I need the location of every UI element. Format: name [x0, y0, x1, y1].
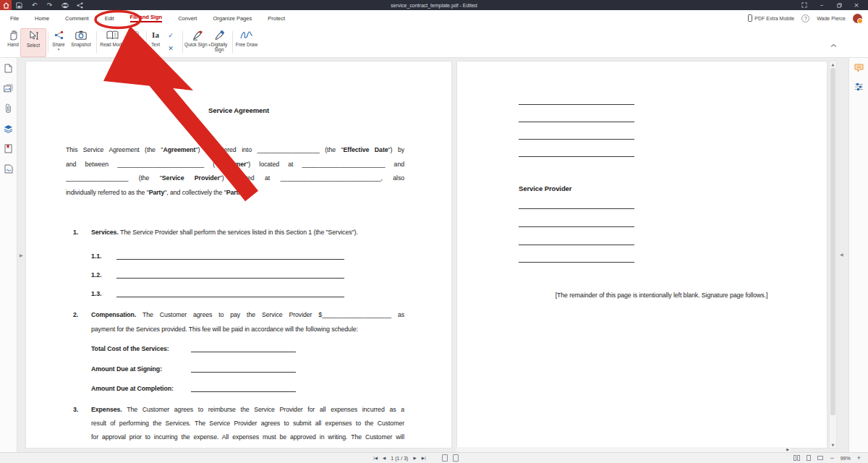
images-icon[interactable] — [4, 84, 13, 93]
collapse-ribbon-button[interactable] — [830, 43, 837, 48]
horizontal-scrollbar[interactable]: ▶ — [456, 447, 791, 452]
document-page-1[interactable]: Service Agreement This Service Agreement… — [25, 61, 452, 449]
statusbar: |◀ ◀ 1 (1 / 3) ▶ ▶| − 99% + — [0, 452, 868, 463]
section-number: 3. — [73, 406, 78, 413]
tab-home[interactable]: Home — [27, 10, 57, 26]
zoom-out-button[interactable]: − — [830, 454, 833, 462]
close-icon[interactable]: × — [848, 0, 865, 10]
text-tool-button[interactable]: Ia Text — [145, 28, 166, 47]
rotate-right-icon[interactable] — [453, 454, 459, 462]
redo-icon[interactable]: ↷ — [42, 0, 57, 10]
check-mark-button[interactable]: ✓ — [165, 30, 176, 41]
digitally-sign-button[interactable]: Digitally Sign — [206, 28, 232, 52]
expand-window-icon[interactable] — [796, 0, 813, 10]
layers-icon[interactable] — [4, 124, 13, 133]
signature-line[interactable] — [519, 115, 634, 122]
tab-comment[interactable]: Comment — [57, 10, 97, 26]
fit-page-view-icon[interactable] — [817, 456, 823, 460]
free-draw-button[interactable]: Free Draw — [234, 28, 260, 47]
window-title: service_contract_template.pdf - Edited — [0, 3, 868, 8]
intro-line: individually referred to as the "Party",… — [66, 189, 404, 196]
left-panel-expander[interactable]: ▶ — [20, 252, 23, 258]
right-panel-expander[interactable]: ◀ — [840, 252, 843, 257]
rotate-left-icon[interactable] — [442, 454, 448, 462]
list-item-number: 1.3. — [91, 290, 101, 297]
save-icon[interactable] — [12, 0, 27, 10]
cross-mark-button[interactable]: ✕ — [165, 43, 176, 54]
blank-line[interactable] — [191, 365, 296, 373]
scroll-up-icon[interactable]: ▲ — [830, 62, 836, 67]
select-tool-button[interactable]: Select — [20, 28, 46, 57]
section-expenses-line2: result of performing the Services. The S… — [91, 420, 404, 429]
next-page-button[interactable]: ▶ — [413, 456, 416, 460]
signature-line[interactable] — [519, 150, 634, 157]
page-thumbnails-icon[interactable] — [4, 64, 12, 73]
menubar: File Home Comment Edit Fill and Sign Con… — [0, 10, 868, 26]
blank-line[interactable] — [191, 385, 296, 392]
minimize-icon[interactable]: – — [813, 0, 830, 10]
zoom-level: 99% — [841, 456, 851, 461]
fee-label: Amount Due at Completion: — [91, 385, 174, 392]
signature-line[interactable] — [519, 255, 634, 263]
zoom-in-button[interactable]: + — [857, 454, 861, 462]
snapshot-button[interactable]: Snapshot — [68, 28, 94, 47]
tab-edit[interactable]: Edit — [97, 10, 122, 26]
blank-line[interactable] — [116, 271, 344, 279]
document-page-2[interactable]: Service Provider [The remainder of this … — [456, 61, 827, 449]
intro-line: This Service Agreement (the "Agreement")… — [66, 146, 404, 156]
tab-fill-and-sign[interactable]: Fill and Sign — [122, 10, 171, 26]
attachments-icon[interactable] — [5, 103, 12, 114]
form-field-icon — [123, 28, 143, 42]
bookmarks-icon[interactable] — [4, 144, 12, 153]
read-mode-button[interactable]: Read Mode — [99, 28, 125, 47]
section-services: Services. The Service Provider shall per… — [91, 229, 409, 236]
section-expenses-line3: for approval prior to incurring the expe… — [91, 433, 404, 443]
camera-icon — [68, 28, 94, 42]
blank-line[interactable] — [191, 345, 296, 352]
list-item-number: 1.2. — [91, 271, 101, 279]
previous-page-button[interactable]: ◀ — [383, 456, 386, 460]
tab-convert[interactable]: Convert — [170, 10, 205, 26]
pdf-extra-mobile-button[interactable]: PDF Extra Mobile — [748, 14, 794, 22]
blank-line[interactable] — [116, 252, 344, 260]
scroll-down-icon[interactable]: ▼ — [830, 443, 836, 447]
single-page-view-icon[interactable] — [807, 455, 811, 461]
blank-line[interactable] — [116, 290, 344, 297]
comments-panel-icon[interactable] — [854, 64, 864, 72]
properties-panel-icon[interactable] — [854, 82, 864, 91]
signature-line[interactable] — [519, 238, 634, 245]
print-icon[interactable] — [57, 0, 72, 10]
form-field-button[interactable] — [123, 28, 143, 42]
restore-icon[interactable] — [830, 0, 848, 10]
left-sidebar — [0, 58, 17, 452]
intro-line: and between _________________________ ("… — [66, 161, 404, 170]
digitally-sign-icon — [206, 28, 232, 42]
vertical-scrollbar[interactable]: ▲ ▼ — [829, 61, 837, 449]
fee-label: Total Cost of the Services: — [91, 345, 169, 352]
last-page-button[interactable]: ▶| — [422, 456, 426, 460]
undo-icon[interactable]: ↶ — [27, 0, 42, 10]
intro-line: __________________ (the "Service Provide… — [66, 174, 404, 184]
tab-file[interactable]: File — [2, 10, 27, 26]
signature-line[interactable] — [519, 202, 634, 209]
section-expenses: Expenses. The Customer agrees to reimbur… — [91, 406, 404, 415]
signature-line[interactable] — [519, 220, 634, 227]
right-sidebar — [848, 58, 868, 452]
section-compensation-line2: payment for the Services provided. This … — [91, 326, 404, 333]
select-icon — [21, 29, 46, 43]
tab-organize-pages[interactable]: Organize Pages — [205, 10, 260, 26]
home-button[interactable] — [0, 0, 12, 10]
scrollbar-thumb[interactable] — [830, 68, 835, 415]
tab-protect[interactable]: Protect — [260, 10, 293, 26]
avatar[interactable] — [853, 14, 862, 23]
signatures-panel-icon[interactable] — [4, 164, 13, 174]
signature-line[interactable] — [519, 132, 634, 140]
signature-line[interactable] — [519, 98, 634, 105]
section-number: 1. — [73, 229, 78, 236]
two-page-view-icon[interactable] — [793, 455, 800, 461]
scroll-right-icon[interactable]: ▶ — [786, 447, 789, 451]
help-icon[interactable]: ? — [801, 14, 809, 22]
page-indicator: 1 (1 / 3) — [391, 456, 408, 461]
first-page-button[interactable]: |◀ — [373, 456, 378, 460]
share-icon[interactable] — [72, 0, 88, 10]
